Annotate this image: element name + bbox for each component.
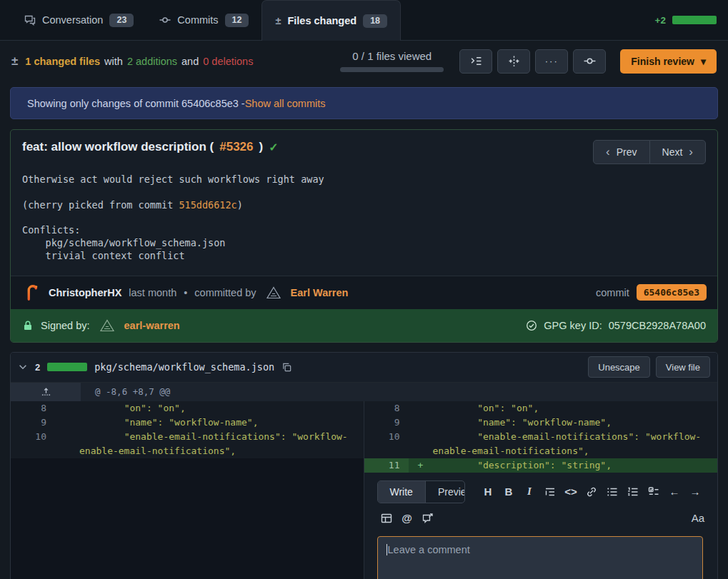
ordered-list-icon[interactable]: [624, 483, 642, 500]
code-line: "name": "workflow-name",: [433, 416, 718, 430]
indent-right-icon[interactable]: →: [686, 483, 704, 500]
author-name[interactable]: ChristopherHX: [49, 287, 121, 298]
commit-pager: ‹ Prev Next ›: [593, 140, 706, 164]
signed-by-label: Signed by:: [41, 320, 90, 331]
line-number[interactable]: 9: [364, 416, 409, 430]
commit-title-text: feat: allow workflow description (: [22, 140, 214, 154]
unordered-list-icon[interactable]: [603, 483, 622, 500]
issue-link[interactable]: #5326: [219, 140, 253, 154]
file-diffstat-bar: [47, 363, 87, 371]
code-line: "on": "on",: [433, 401, 718, 416]
commit-message-body: Otherwise act would reject such workflow…: [11, 167, 717, 276]
commit-status-check-icon[interactable]: ✓: [269, 141, 278, 154]
line-marker: [55, 401, 79, 416]
caret-down-icon: ▾: [701, 56, 706, 67]
verified-badge-icon: [526, 320, 537, 331]
file-change-count: 2: [35, 362, 40, 373]
task-list-icon[interactable]: [644, 483, 663, 500]
split-diff-body: 8 "on": "on", 9 "name": "workflow-name",…: [11, 401, 717, 579]
signer-name[interactable]: earl-warren: [124, 320, 180, 331]
italic-icon[interactable]: I: [520, 483, 539, 500]
code-line: "enable-email-notifications": "workflow-…: [433, 430, 718, 458]
show-all-commits-link[interactable]: Show all commits: [245, 98, 326, 109]
line-number[interactable]: 10: [11, 430, 55, 458]
signer-avatar[interactable]: [99, 317, 116, 334]
preview-tab[interactable]: Preview: [425, 481, 465, 503]
split-view-button[interactable]: [497, 49, 530, 74]
diff-row-new[interactable]: 8 "on": "on",: [364, 401, 718, 416]
diff-row-old[interactable]: 9 "name": "workflow-name",: [11, 416, 364, 430]
unescape-button[interactable]: Unescape: [588, 356, 650, 378]
summary-with: with: [104, 56, 123, 67]
next-label: Next: [662, 146, 683, 158]
line-number[interactable]: 8: [11, 401, 55, 416]
files-viewed-label: 0 / 1 files viewed: [352, 50, 432, 62]
tab-files-changed[interactable]: ± Files changed 18: [261, 0, 401, 41]
file-name[interactable]: pkg/schema/workflow_schema.json: [94, 361, 274, 373]
text-size-toggle[interactable]: Aa: [692, 512, 704, 524]
tab-conversation-label: Conversation: [42, 14, 103, 26]
committer-name[interactable]: Earl Warren: [291, 287, 349, 298]
diffstat-summary: +2: [655, 0, 717, 40]
line-number[interactable]: 8: [364, 401, 409, 416]
diff-row-old[interactable]: 10 "enable-email-notifications": "workfl…: [11, 430, 364, 458]
line-number[interactable]: 11: [364, 458, 409, 473]
reference-icon[interactable]: [419, 510, 437, 527]
diffstat-bar: [672, 16, 717, 24]
diff-file-box: 2 pkg/schema/workflow_schema.json Unesca…: [10, 352, 718, 579]
tab-commits-label: Commits: [177, 14, 218, 26]
chevron-left-icon: ‹: [606, 145, 610, 159]
line-number[interactable]: 9: [11, 416, 55, 430]
file-tree-toggle-button[interactable]: [459, 49, 492, 74]
tab-commits[interactable]: Commits 12: [146, 0, 261, 40]
finish-review-button[interactable]: Finish review ▾: [620, 49, 717, 74]
copy-path-icon[interactable]: [281, 362, 292, 373]
commit-message-text: Otherwise act would reject such workflow…: [22, 173, 706, 263]
diff-row-placeholder: [11, 458, 364, 473]
changed-files-count[interactable]: 1 changed files: [25, 56, 100, 67]
expand-hunk-button[interactable]: [11, 383, 81, 401]
added-line-marker: +: [409, 458, 433, 473]
next-commit-button[interactable]: Next ›: [649, 140, 706, 164]
code-line: "name": "workflow-name",: [79, 416, 364, 430]
more-options-button[interactable]: ···: [535, 49, 568, 74]
finish-review-label: Finish review: [631, 56, 694, 67]
commit-hash-badge[interactable]: 65406c85e3: [637, 284, 707, 301]
commits-count-badge: 12: [225, 14, 249, 27]
editor-toolbar-row1: Write Preview H B I <>: [377, 480, 705, 503]
line-marker: [409, 416, 433, 430]
link-icon[interactable]: [582, 483, 601, 500]
author-avatar[interactable]: [21, 283, 41, 303]
write-tab[interactable]: Write: [378, 481, 425, 503]
files-viewed-block: 0 / 1 files viewed: [340, 50, 444, 72]
collapse-file-chevron-icon[interactable]: [18, 362, 28, 372]
commit-select-button[interactable]: [573, 49, 606, 74]
view-file-button[interactable]: View file: [656, 356, 710, 378]
prev-commit-button[interactable]: ‹ Prev: [593, 140, 649, 164]
diff-row-new[interactable]: 10 "enable-email-notifications": "workfl…: [364, 430, 718, 458]
commit-label: commit: [596, 287, 629, 298]
diff-pane-new: 8 "on": "on", 9 "name": "workflow-name",…: [364, 401, 718, 579]
tab-conversation[interactable]: Conversation 23: [11, 0, 146, 40]
diff-row-new[interactable]: 9 "name": "workflow-name",: [364, 416, 718, 430]
diff-row-added[interactable]: 11 + "description": "string",: [364, 458, 718, 473]
line-number[interactable]: 10: [364, 430, 409, 458]
conversation-icon: [24, 14, 36, 26]
commit-author-row: ChristopherHX last month • committed by …: [11, 276, 717, 309]
quote-icon[interactable]: [541, 483, 559, 500]
heading-icon[interactable]: H: [479, 483, 497, 500]
gpg-key-label: GPG key ID:: [544, 320, 602, 331]
committer-avatar[interactable]: [265, 284, 282, 301]
comment-textarea[interactable]: Leave a comment: [377, 536, 704, 579]
indent-left-icon[interactable]: ←: [665, 483, 684, 500]
inline-comment-form: Write Preview H B I <>: [364, 473, 718, 579]
mention-icon[interactable]: @: [398, 510, 417, 527]
table-icon[interactable]: [377, 510, 396, 527]
code-icon[interactable]: <>: [562, 483, 580, 500]
commit-detail-box: feat: allow workflow description (#5326)…: [10, 129, 718, 343]
diff-row-old[interactable]: 8 "on": "on",: [11, 401, 364, 416]
cherry-pick-hash-link[interactable]: 515dd6612c: [179, 199, 236, 211]
diff-file-header: 2 pkg/schema/workflow_schema.json Unesca…: [11, 353, 717, 382]
bold-icon[interactable]: B: [499, 483, 518, 500]
conversation-count-badge: 23: [109, 14, 134, 27]
